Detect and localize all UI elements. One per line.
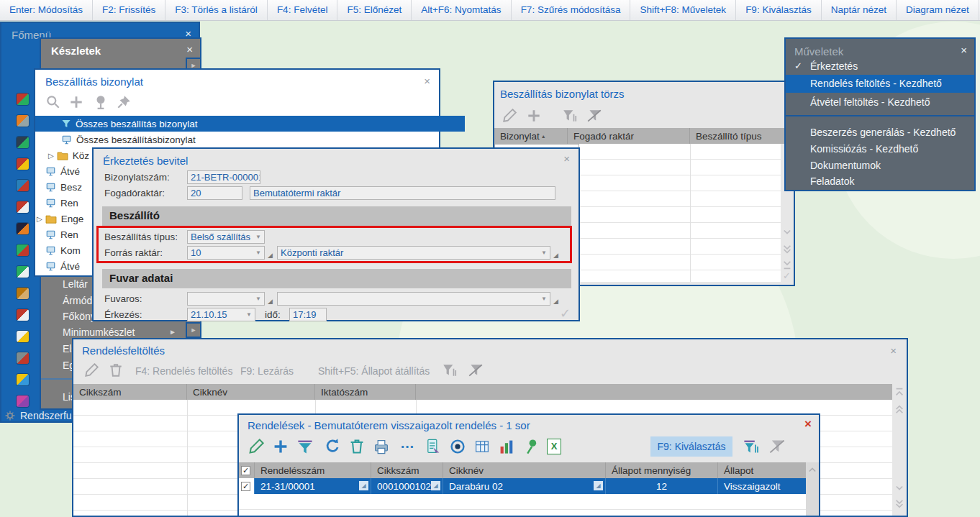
scroll-end-icon[interactable] <box>782 260 792 270</box>
close-icon[interactable]: × <box>804 418 812 429</box>
menubar-item-szures[interactable]: F7: Szűrés módosítása <box>512 0 631 20</box>
lookup-corner-icon[interactable]: ◢ <box>553 252 558 259</box>
menu-item-beszerzes-generalas[interactable]: Beszerzés generálás - Kezdhető <box>810 127 956 138</box>
delete-icon[interactable] <box>108 362 124 378</box>
clear-filter-icon[interactable] <box>586 108 602 124</box>
filter-icon[interactable] <box>562 108 578 124</box>
rendelesek-scrollbar[interactable] <box>806 462 819 516</box>
confirm-check-icon[interactable]: ✓ <box>783 270 791 281</box>
column-header-bizonylat[interactable]: Bizonylat▲ <box>494 128 568 144</box>
menu-item-komissiozas[interactable]: Komissiózás - Kezdhető <box>810 143 918 155</box>
bizonylatszam-field[interactable]: 21-BETR-000001 <box>187 170 260 184</box>
beszallitas-tipus-dropdown[interactable]: Belső szállítás▼ <box>187 230 265 244</box>
excel-export-icon[interactable]: X <box>547 439 561 454</box>
scroll-down-icon[interactable] <box>782 229 792 236</box>
column-header-fogado-raktar[interactable]: Fogadó raktár <box>568 128 690 144</box>
tree-item-osszes-beszallitas-bizonylat[interactable]: Összes beszállítás bizonylat <box>35 116 465 132</box>
close-icon[interactable]: × <box>890 345 897 356</box>
print-icon[interactable] <box>373 438 390 455</box>
lookup-corner-icon[interactable]: ◢ <box>268 252 273 259</box>
cell-edit-corner-icon[interactable]: ◢ <box>594 481 603 490</box>
add-icon[interactable] <box>68 94 84 110</box>
fogadoraktar-name-field[interactable]: Bemutatótermi raktár <box>250 186 555 200</box>
menubar-item-nyomtatas[interactable]: Alt+F6: Nyomtatás <box>412 0 511 20</box>
mail-icon[interactable] <box>17 331 29 342</box>
cell-cikknev[interactable]: Darabáru 02◢ <box>443 478 606 494</box>
expander-icon[interactable]: ▷ <box>48 152 54 160</box>
cell-cikkszam[interactable]: 0001000102◢ <box>371 478 443 494</box>
column-header-cikkszam[interactable]: Cikkszám <box>371 462 443 478</box>
cell-allapot[interactable]: Visszaigazolt <box>718 478 806 494</box>
fuvaros-code-dropdown[interactable]: ▼ <box>187 292 265 306</box>
fuvaros-name-dropdown[interactable]: ▼ <box>277 292 550 306</box>
refresh-icon[interactable] <box>324 438 341 455</box>
cube-icon[interactable] <box>17 395 29 407</box>
delete-icon[interactable] <box>348 438 366 455</box>
notebook-icon[interactable] <box>17 223 29 234</box>
view-icon[interactable] <box>449 438 466 455</box>
close-icon[interactable]: × <box>424 76 430 86</box>
clear-filter-icon[interactable] <box>768 438 786 455</box>
tree-view-icon[interactable] <box>93 94 109 110</box>
basket-icon[interactable] <box>17 93 29 105</box>
menubar-item-modositas[interactable]: Enter: Módosítás <box>0 0 93 20</box>
menu-item-rendeles-feltoltes[interactable]: Rendelés feltöltés - Kezdhető <box>786 75 974 93</box>
edit-icon[interactable] <box>502 108 517 124</box>
scroll-home-icon[interactable] <box>894 387 904 397</box>
cell-rendelesszam[interactable]: 21-31/00001◢ <box>255 478 371 494</box>
menu-item-minimumkeszlet[interactable]: Minimumkészlet <box>63 326 135 338</box>
scroll-page-up-icon[interactable] <box>894 404 904 414</box>
cash-register-icon[interactable] <box>17 137 29 148</box>
erkezes-date-dropdown[interactable]: 21.10.15▼ <box>187 308 255 321</box>
column-header-allapot[interactable]: Állapot <box>718 462 806 478</box>
close-icon[interactable]: × <box>961 45 967 55</box>
column-header-iktatoszam[interactable]: Iktatószám <box>315 384 416 400</box>
close-icon[interactable]: × <box>186 44 193 55</box>
cell-edit-corner-icon[interactable]: ◢ <box>431 481 440 490</box>
home-icon[interactable] <box>17 309 29 321</box>
flag-icon[interactable] <box>17 244 29 256</box>
edit-icon[interactable] <box>83 362 99 378</box>
action-f4-rendeles-feltoltes[interactable]: F4: Rendelés feltöltés <box>135 365 232 377</box>
action-f9-lezaras[interactable]: F9: Lezárás <box>240 365 294 377</box>
filter-icon[interactable] <box>442 362 458 378</box>
edit-icon[interactable] <box>248 438 265 455</box>
pin-icon[interactable] <box>522 438 540 455</box>
books-icon[interactable] <box>17 201 29 213</box>
clear-filter-icon[interactable] <box>468 362 484 378</box>
column-header-cikknev[interactable]: Cikknév <box>187 384 315 400</box>
document-icon[interactable] <box>17 266 29 278</box>
action-shift-f5-allapot[interactable]: Shift+F5: Állapot átállítás <box>318 365 430 377</box>
menubar-item-felvetel[interactable]: F4: Felvétel <box>268 0 338 20</box>
menubar-item-naptar-nezet[interactable]: Naptár nézet <box>822 0 897 20</box>
expander-icon[interactable]: ▷ <box>37 215 42 223</box>
menu-item-atvetel-feltoltes[interactable]: Átvétel feltöltés - Kezdhető <box>810 96 930 108</box>
column-header-cikknev[interactable]: Cikknév <box>443 462 606 478</box>
menubar-item-diagram-nezet[interactable]: Diagram nézet <box>897 0 979 20</box>
chart-icon[interactable] <box>498 438 515 455</box>
menubar-item-muveletek[interactable]: Shift+F8: Műveletek <box>630 0 736 20</box>
add-icon[interactable] <box>526 108 542 124</box>
fogadoraktar-code-field[interactable]: 20 <box>187 186 242 200</box>
close-icon[interactable]: × <box>563 153 570 164</box>
report-icon[interactable] <box>425 438 442 455</box>
menubar-item-torles[interactable]: F3: Törlés a listáról <box>165 0 268 20</box>
parcel-icon[interactable] <box>17 180 29 191</box>
filter-icon[interactable] <box>296 438 314 455</box>
lookup-corner-icon[interactable]: ◢ <box>268 298 273 305</box>
menubar-item-frissites[interactable]: F2: Frissítés <box>93 0 165 20</box>
menu-item-dokumentumok[interactable]: Dokumentumok <box>810 160 881 171</box>
forras-raktar-code-dropdown[interactable]: 10▼ <box>187 246 265 260</box>
scroll-down-icon[interactable] <box>894 485 904 492</box>
scroll-up-icon[interactable] <box>807 466 817 473</box>
table-row-selected[interactable]: ✓ 21-31/00001◢ 0001000102◢ Darabáru 02◢ … <box>239 478 806 494</box>
more-actions-icon[interactable]: … <box>400 435 414 452</box>
column-header-rendelesszam[interactable]: Rendelésszám <box>255 462 371 478</box>
ido-field[interactable]: 17:19 <box>289 308 327 321</box>
menu-item-leltar[interactable]: Leltár <box>63 278 88 290</box>
select-all-checkbox[interactable]: ✓ <box>239 462 255 478</box>
scroll-page-down-icon[interactable] <box>782 244 792 255</box>
column-header-cikkszam[interactable]: Cikkszám <box>73 384 187 400</box>
rendelesfeltoltes-scrollbar[interactable] <box>892 384 907 516</box>
row-checkbox[interactable]: ✓ <box>239 478 255 494</box>
